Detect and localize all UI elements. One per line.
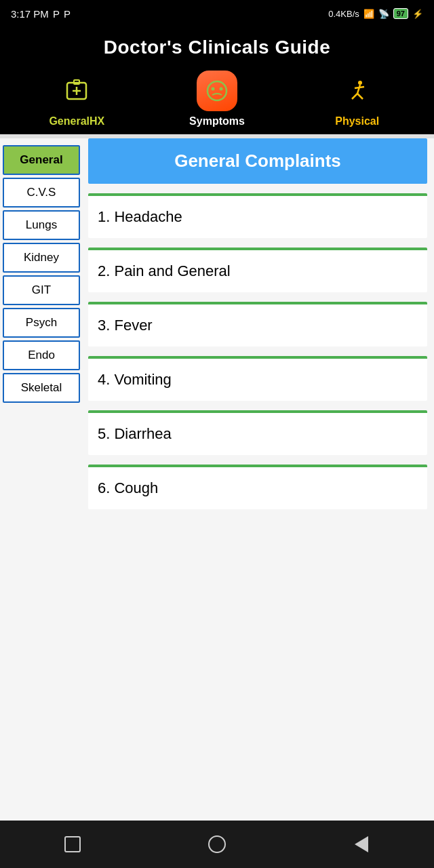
battery-indicator: 97: [393, 8, 408, 19]
content-panel: General Complaints 1. Headache 2. Pain a…: [81, 138, 434, 749]
svg-line-11: [355, 87, 364, 88]
svg-point-5: [212, 87, 215, 91]
sidebar-item-psych[interactable]: Psych: [3, 308, 80, 338]
complaint-3-label: 3. Fever: [98, 317, 153, 334]
complaint-item-4[interactable]: 4. Vomiting: [88, 356, 427, 401]
home-icon: [208, 835, 226, 853]
sidebar-item-general[interactable]: General: [3, 145, 80, 175]
status-bar: 3:17 PM P P 0.4KB/s 📶 📡 97 ⚡: [0, 0, 434, 27]
complaint-1-label: 1. Headache: [98, 208, 182, 225]
svg-point-6: [220, 87, 223, 91]
sidebar-item-skeletal[interactable]: Skeletal: [3, 373, 80, 403]
app-title: Doctor's Clinicals Guide: [104, 37, 331, 58]
charging-icon: ⚡: [412, 9, 423, 19]
sidebar-item-kidney[interactable]: Kidney: [3, 243, 80, 273]
wifi-icon: 📡: [378, 9, 389, 19]
app-header: Doctor's Clinicals Guide: [0, 27, 434, 71]
complaint-item-3[interactable]: 3. Fever: [88, 302, 427, 347]
tab-symptoms[interactable]: Symptoms: [147, 71, 288, 127]
complaint-2-label: 2. Pain and General: [98, 262, 231, 279]
bottom-nav: [0, 821, 434, 868]
nav-tabs: GeneralHX Symptoms Physical: [0, 71, 434, 134]
signal-icon: 📶: [363, 9, 374, 19]
complaint-item-6[interactable]: 6. Cough: [88, 465, 427, 509]
svg-line-10: [357, 94, 363, 99]
sidebar-item-endo[interactable]: Endo: [3, 340, 80, 370]
nav-home-button[interactable]: [203, 831, 231, 858]
status-icon-p2: P: [64, 8, 71, 20]
complaint-item-2[interactable]: 2. Pain and General: [88, 248, 427, 292]
sidebar: General C.V.S Lungs Kidney GIT Psych End…: [0, 138, 81, 749]
tab-physical-label: Physical: [335, 115, 379, 127]
physical-icon: [337, 71, 378, 111]
svg-point-7: [358, 81, 362, 85]
complaint-item-1[interactable]: 1. Headache: [88, 193, 427, 238]
tab-symptoms-label: Symptoms: [189, 115, 245, 127]
tab-physical[interactable]: Physical: [287, 71, 427, 127]
symptoms-icon: [197, 71, 237, 111]
svg-line-8: [357, 85, 360, 94]
sidebar-item-git[interactable]: GIT: [3, 275, 80, 305]
svg-line-9: [352, 94, 357, 99]
nav-back-button[interactable]: [348, 831, 375, 858]
complaint-6-label: 6. Cough: [98, 479, 158, 496]
sidebar-item-lungs[interactable]: Lungs: [3, 210, 80, 240]
status-icon-p1: P: [53, 8, 60, 20]
nav-recents-button[interactable]: [59, 831, 86, 858]
section-title: General Complaints: [174, 151, 341, 171]
back-icon: [355, 836, 368, 852]
status-left: 3:17 PM P P: [11, 8, 71, 20]
main-content: General C.V.S Lungs Kidney GIT Psych End…: [0, 138, 434, 749]
status-time: 3:17 PM: [11, 8, 49, 20]
tab-generalhx-label: GeneralHX: [49, 115, 104, 127]
network-speed: 0.4KB/s: [328, 9, 359, 19]
status-right: 0.4KB/s 📶 📡 97 ⚡: [328, 8, 423, 19]
complaint-5-label: 5. Diarrhea: [98, 425, 172, 442]
recents-icon: [64, 836, 81, 852]
complaint-item-5[interactable]: 5. Diarrhea: [88, 410, 427, 455]
section-header: General Complaints: [88, 138, 427, 184]
svg-point-4: [208, 81, 226, 100]
tab-generalhx[interactable]: GeneralHX: [7, 71, 147, 127]
sidebar-item-cvs[interactable]: C.V.S: [3, 178, 80, 208]
generalhx-icon: [56, 71, 97, 111]
complaint-4-label: 4. Vomiting: [98, 371, 172, 388]
